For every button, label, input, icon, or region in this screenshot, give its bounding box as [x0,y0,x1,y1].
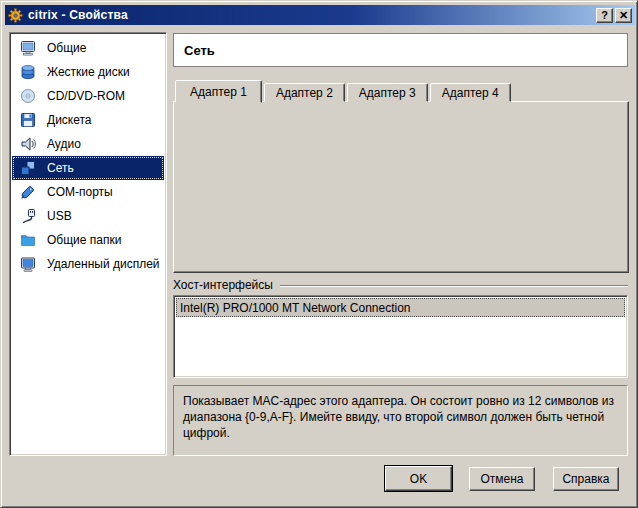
page-title: Сеть [173,33,628,67]
ok-button[interactable]: OK [385,466,452,491]
help-button[interactable]: Справка [553,467,619,491]
sidebar-item-remote-display[interactable]: Удаленный дисплей [12,252,164,276]
sidebar-item-shared-folders[interactable]: Общие папки [12,228,164,252]
host-interfaces-group-label: Хост-интерфейсы [173,278,273,292]
group-divider [280,285,628,287]
list-item[interactable]: Intel(R) PRO/1000 MT Network Connection [176,298,625,317]
hard-disks-icon [19,63,37,81]
floppy-icon [19,111,37,129]
folder-icon [19,231,37,249]
sidebar-item-label: Общие [47,41,86,55]
adapter-tabs: Адаптер 1 Адаптер 2 Адаптер 3 Адаптер 4 [175,79,513,102]
sidebar-item-usb[interactable]: USB [12,204,164,228]
sidebar-item-label: Общие папки [47,233,121,247]
sidebar-item-network[interactable]: Сеть [12,156,164,180]
sidebar-item-audio[interactable]: Аудио [12,132,164,156]
adapter-tab-panel [173,101,629,273]
tab-adapter-1[interactable]: Адаптер 1 [175,80,262,103]
field-description-box: Показывает MAC-адрес этого адаптера. Он … [173,385,628,456]
network-icon [19,159,37,177]
sidebar-item-label: COM-порты [47,185,113,199]
sidebar-item-hard-disks[interactable]: Жесткие диски [12,60,164,84]
sidebar-item-label: CD/DVD-ROM [47,89,125,103]
cancel-button[interactable]: Отмена [469,467,535,491]
monitor-icon [19,39,37,57]
cd-disc-icon [19,87,37,105]
sidebar-item-label: Сеть [47,161,74,175]
page-title-text: Сеть [184,43,215,58]
settings-category-list: Общие Жесткие диски CD/DVD-ROM [9,32,167,456]
remote-display-icon [19,255,37,273]
tab-adapter-4[interactable]: Адаптер 4 [430,83,511,102]
properties-dialog: citrix - Свойства ? ✕ Общие Жесткие диск… [0,0,638,508]
sidebar-item-label: Дискета [47,113,92,127]
sidebar-item-com-ports[interactable]: COM-порты [12,180,164,204]
sidebar-item-general[interactable]: Общие [12,36,164,60]
field-description-text: Показывает MAC-адрес этого адаптера. Он … [183,394,614,440]
gear-icon [8,8,23,23]
tab-adapter-2[interactable]: Адаптер 2 [264,83,345,102]
serial-plug-icon [19,183,37,201]
close-button[interactable]: ✕ [615,8,632,23]
window-title: citrix - Свойства [28,8,594,22]
sidebar-item-label: Аудио [47,137,81,151]
sidebar-item-floppy[interactable]: Дискета [12,108,164,132]
host-interfaces-list[interactable]: Intel(R) PRO/1000 MT Network Connection [173,295,628,378]
host-interfaces-group: Хост-интерфейсы [173,278,628,292]
help-titlebar-button[interactable]: ? [596,8,613,23]
sidebar-item-label: Удаленный дисплей [47,257,160,271]
title-bar[interactable]: citrix - Свойства ? ✕ [5,5,635,25]
sidebar-item-label: USB [47,209,72,223]
usb-plug-icon [19,207,37,225]
sidebar-item-cd-dvd[interactable]: CD/DVD-ROM [12,84,164,108]
speaker-icon [19,135,37,153]
tab-adapter-3[interactable]: Адаптер 3 [347,83,428,102]
sidebar-item-label: Жесткие диски [47,65,130,79]
